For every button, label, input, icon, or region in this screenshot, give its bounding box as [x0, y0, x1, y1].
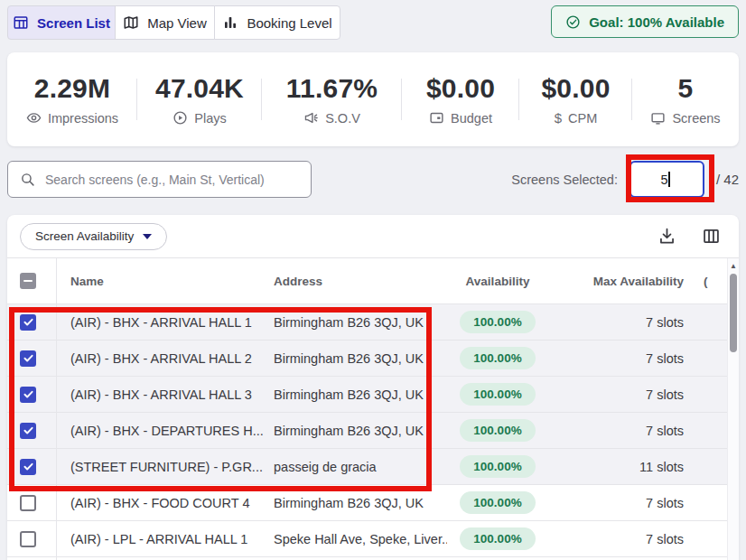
cell-address: Birmingham B26 3QJ, UK [274, 351, 447, 366]
table-row[interactable]: (AIR) - BHX - ARRIVAL HALL 1 Birmingham … [7, 304, 739, 341]
stat-plays: 47.04K Plays [137, 73, 262, 126]
stat-impressions: 2.29M Impressions [7, 73, 137, 126]
availability-badge: 100.00% [460, 383, 535, 406]
screens-table-card: Screen Availability Name Address Availab… [7, 215, 739, 560]
table-row[interactable]: (AIR) - BHX - FOOD COURT 4 Birmingham B2… [7, 485, 739, 521]
map-icon [123, 14, 139, 31]
screens-selected-label: Screens Selected: [511, 173, 618, 187]
cell-address: Speke Hall Ave, Speke, Liver... [274, 532, 447, 546]
search-icon [20, 172, 35, 187]
scrollbar-thumb[interactable] [730, 274, 737, 352]
bar-chart-icon [222, 14, 238, 31]
table-toolbar: Screen Availability [7, 215, 739, 258]
dollar-icon: $ [555, 110, 562, 126]
tab-label: Booking Level [247, 15, 331, 31]
stat-label: S.O.V [325, 111, 360, 126]
tab-booking-level[interactable]: Booking Level [214, 5, 340, 40]
table-header: Name Address Availability Max Availabili… [7, 258, 739, 304]
table-row[interactable]: (AIR) - BHX - DEPARTURES H... Birmingham… [7, 413, 739, 449]
screens-total: / 42 [716, 172, 739, 187]
stat-label: CPM [568, 111, 597, 126]
header-name[interactable]: Name [56, 275, 274, 288]
chevron-down-icon [143, 234, 152, 239]
row-checkbox[interactable] [20, 423, 36, 439]
cell-address: Birmingham B26 3QJ, UK [274, 315, 447, 330]
cell-max-availability: 11 slots [548, 460, 684, 474]
screens-selected-group: Screens Selected: / 42 [434, 161, 739, 198]
goal-badge[interactable]: Goal: 100% Available [551, 5, 739, 38]
cell-address: passeig de gracia [274, 460, 447, 474]
availability-badge: 100.00% [460, 347, 535, 369]
table-body: (AIR) - BHX - ARRIVAL HALL 1 Birmingham … [7, 304, 739, 557]
search-box [7, 161, 312, 198]
vertical-scrollbar[interactable]: ▲ [727, 258, 739, 560]
row-checkbox[interactable] [20, 531, 36, 547]
cell-max-availability: 7 slots [548, 496, 684, 510]
screen-availability-dropdown[interactable]: Screen Availability [20, 223, 167, 250]
tab-screen-list[interactable]: Screen List [7, 5, 116, 40]
scroll-up-arrow[interactable]: ▲ [728, 258, 739, 270]
cell-name: (AIR) - LPL - ARRIVAL HALL 1 [56, 532, 274, 546]
screen-icon [650, 110, 666, 126]
row-checkbox[interactable] [20, 495, 36, 511]
row-checkbox[interactable] [20, 387, 36, 403]
cell-name: (AIR) - BHX - DEPARTURES H... [56, 424, 274, 438]
tab-label: Map View [147, 15, 207, 31]
stat-label: Plays [194, 111, 226, 126]
stat-value: $0.00 [402, 73, 519, 104]
stat-label: Budget [451, 111, 492, 126]
cell-address: Birmingham B26 3QJ, UK [274, 424, 447, 438]
availability-badge: 100.00% [460, 491, 535, 514]
search-input[interactable] [43, 172, 302, 188]
cell-name: (STREET FURNITURE) - P.GR... [56, 460, 274, 474]
checkbox-column-divider [56, 258, 57, 560]
budget-card-icon [429, 110, 444, 126]
table-row[interactable]: (STREET FURNITURE) - P.GR... passeig de … [7, 449, 739, 485]
cell-name: (AIR) - BHX - ARRIVAL HALL 3 [56, 387, 274, 402]
play-circle-icon [173, 110, 188, 126]
stat-value: 11.67% [262, 73, 402, 104]
availability-badge: 100.00% [460, 311, 535, 333]
cell-name: (AIR) - BHX - ARRIVAL HALL 1 [56, 315, 274, 330]
stat-budget: $0.00 Budget [402, 73, 519, 126]
text-cursor [668, 172, 670, 187]
row-checkbox[interactable] [20, 314, 36, 331]
row-checkbox[interactable] [20, 350, 36, 367]
stat-label: Impressions [48, 111, 118, 126]
availability-badge: 100.00% [460, 527, 535, 550]
stat-value: 47.04K [137, 73, 262, 104]
download-icon[interactable] [657, 227, 676, 246]
row-checkbox[interactable] [20, 459, 36, 475]
eye-icon [26, 110, 42, 126]
stat-cpm: $0.00 $ CPM [519, 73, 632, 126]
stat-screens: 5 Screens [632, 73, 739, 126]
cell-max-availability: 7 slots [548, 424, 684, 438]
stat-label: Screens [672, 111, 720, 126]
stats-card: 2.29M Impressions 47.04K Plays 11.67% S.… [7, 52, 739, 146]
cell-name: (AIR) - BHX - FOOD COURT 4 [56, 496, 274, 510]
select-all-checkbox[interactable] [20, 273, 36, 289]
cell-max-availability: 7 slots [548, 387, 684, 402]
availability-badge: 100.00% [460, 455, 535, 478]
stat-sov: 11.67% S.O.V [262, 73, 402, 126]
table-icon [13, 14, 29, 31]
check-circle-icon [565, 14, 581, 30]
header-address[interactable]: Address [274, 275, 447, 288]
dropdown-label: Screen Availability [35, 229, 134, 243]
cell-max-availability: 7 slots [548, 532, 684, 546]
screens-selected-input[interactable] [629, 161, 704, 198]
stat-value: 2.29M [7, 73, 137, 104]
cell-address: Birmingham B26 3QJ, UK [274, 387, 447, 402]
table-row[interactable]: (AIR) - LPL - ARRIVAL HALL 1 Speke Hall … [7, 521, 739, 557]
tab-label: Screen List [37, 15, 110, 31]
header-max-availability[interactable]: Max Availability [548, 275, 684, 288]
columns-icon[interactable] [702, 227, 721, 246]
availability-badge: 100.00% [460, 419, 535, 442]
megaphone-icon [303, 110, 319, 126]
cell-address: Birmingham B26 3QJ, UK [274, 496, 447, 510]
header-availability[interactable]: Availability [447, 275, 548, 288]
table-row[interactable]: (AIR) - BHX - ARRIVAL HALL 2 Birmingham … [7, 341, 739, 377]
view-switcher: Screen List Map View Booking Level [7, 5, 340, 40]
tab-map-view[interactable]: Map View [115, 5, 215, 40]
table-row[interactable]: (AIR) - BHX - ARRIVAL HALL 3 Birmingham … [7, 377, 739, 413]
